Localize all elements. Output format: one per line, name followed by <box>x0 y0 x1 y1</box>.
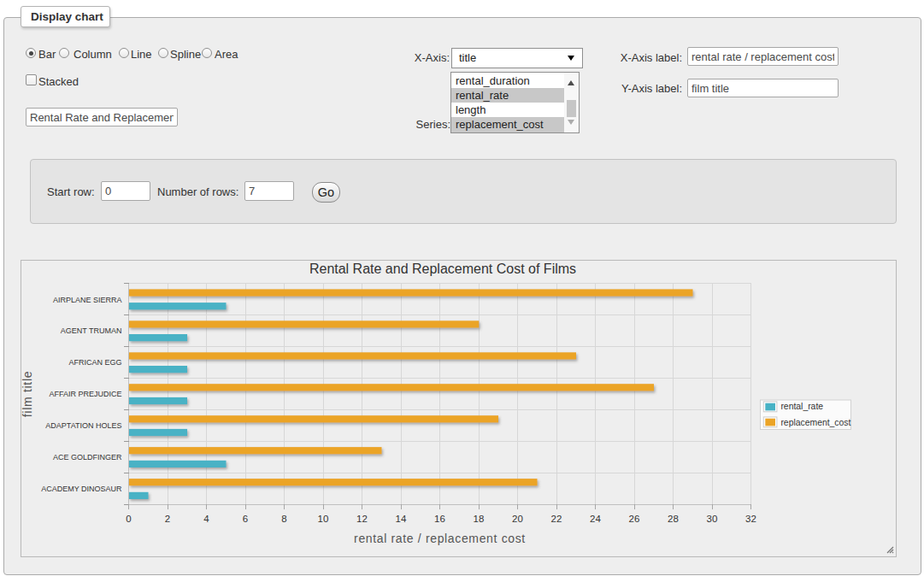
svg-text:22: 22 <box>551 514 562 524</box>
svg-text:32: 32 <box>745 514 756 524</box>
svg-text:AFFAIR PREJUDICE: AFFAIR PREJUDICE <box>49 390 121 398</box>
svg-text:film title: film title <box>21 371 34 417</box>
svg-text:30: 30 <box>707 514 718 524</box>
svg-text:ACE GOLDFINGER: ACE GOLDFINGER <box>53 453 122 461</box>
svg-text:rental_rate: rental_rate <box>780 402 823 411</box>
svg-text:8: 8 <box>281 514 286 524</box>
svg-text:12: 12 <box>356 514 368 524</box>
svg-text:26: 26 <box>629 514 640 524</box>
svg-text:6: 6 <box>243 514 248 524</box>
svg-text:replacement_cost: replacement_cost <box>780 418 850 427</box>
svg-text:10: 10 <box>318 514 329 524</box>
svg-text:AIRPLANE SIERRA: AIRPLANE SIERRA <box>53 296 122 304</box>
svg-text:20: 20 <box>512 514 523 524</box>
svg-text:ADAPTATION HOLES: ADAPTATION HOLES <box>45 421 121 430</box>
svg-text:24: 24 <box>590 514 601 524</box>
svg-text:14: 14 <box>396 514 407 524</box>
svg-text:28: 28 <box>668 514 679 524</box>
svg-text:ACADEMY DINOSAUR: ACADEMY DINOSAUR <box>41 485 122 493</box>
svg-text:Rental Rate and Replacement Co: Rental Rate and Replacement Cost of Film… <box>309 262 576 276</box>
svg-text:16: 16 <box>434 514 445 524</box>
svg-text:AFRICAN EGG: AFRICAN EGG <box>68 358 121 367</box>
svg-text:2: 2 <box>165 514 170 524</box>
svg-text:rental rate / replacement cost: rental rate / replacement cost <box>354 532 526 545</box>
svg-text:AGENT TRUMAN: AGENT TRUMAN <box>61 326 122 335</box>
svg-text:18: 18 <box>474 514 485 524</box>
svg-text:4: 4 <box>203 514 209 524</box>
svg-text:0: 0 <box>126 514 131 524</box>
